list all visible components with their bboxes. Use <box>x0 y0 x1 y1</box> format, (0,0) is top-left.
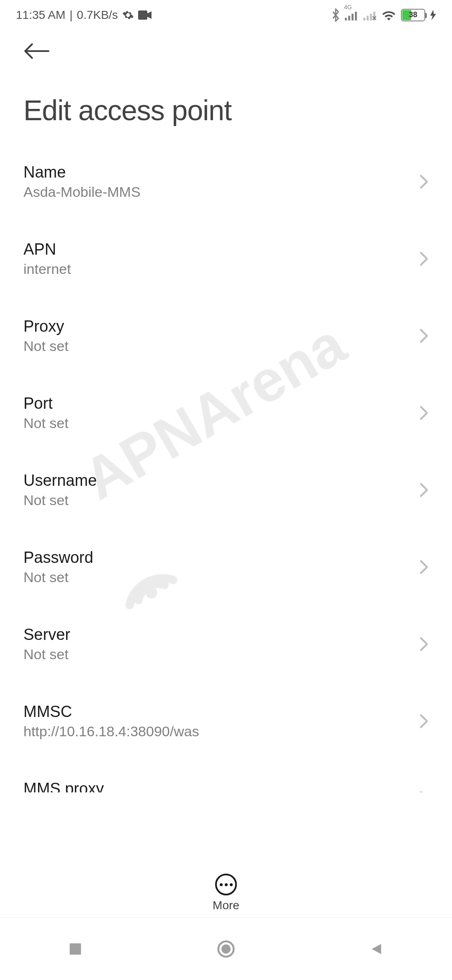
battery-icon: 38 <box>401 9 425 21</box>
chevron-right-icon <box>419 174 429 189</box>
status-separator: | <box>69 8 72 22</box>
svg-rect-7 <box>367 16 369 21</box>
page-title: Edit access point <box>0 61 452 143</box>
nav-recents-button[interactable] <box>65 939 86 959</box>
chevron-right-icon <box>419 714 429 729</box>
row-port[interactable]: Port Not set <box>23 374 429 451</box>
signal-4g-icon: 4G <box>345 10 358 21</box>
row-label: MMS proxy <box>23 780 411 792</box>
chevron-right-icon <box>419 637 429 652</box>
row-label: Name <box>23 163 411 181</box>
svg-rect-8 <box>370 14 372 21</box>
row-label: Password <box>23 549 411 567</box>
row-name[interactable]: Name Asda-Mobile-MMS <box>23 143 429 220</box>
chevron-right-icon <box>419 560 429 575</box>
row-label: Port <box>23 395 411 413</box>
status-time: 11:35 AM <box>16 8 65 22</box>
nav-home-button[interactable] <box>216 939 236 959</box>
row-label: Username <box>23 472 411 490</box>
navigation-bar <box>0 917 452 980</box>
row-value: Not set <box>23 338 411 354</box>
svg-point-12 <box>221 944 231 954</box>
row-apn[interactable]: APN internet <box>23 220 429 297</box>
square-icon <box>68 941 83 957</box>
arrow-left-icon <box>23 43 49 59</box>
svg-rect-1 <box>138 10 147 20</box>
row-value: http://10.16.18.4:38090/was <box>23 723 411 740</box>
row-username[interactable]: Username Not set <box>23 451 429 529</box>
charging-icon <box>430 10 436 21</box>
more-button[interactable]: More <box>0 874 452 912</box>
nav-back-button[interactable] <box>366 939 387 959</box>
row-value: Not set <box>23 569 411 585</box>
row-value: Asda-Mobile-MMS <box>23 184 411 200</box>
more-icon <box>215 874 237 895</box>
svg-rect-6 <box>363 18 365 20</box>
chevron-right-icon <box>419 791 429 792</box>
row-value: Not set <box>23 415 411 431</box>
chevron-right-icon <box>419 328 429 343</box>
row-value: Not set <box>23 492 411 508</box>
svg-rect-3 <box>348 16 350 21</box>
chevron-right-icon <box>419 251 429 266</box>
svg-rect-2 <box>345 18 347 20</box>
camera-icon <box>138 10 152 20</box>
svg-rect-4 <box>352 14 354 21</box>
settings-list: Name Asda-Mobile-MMS APN internet Proxy … <box>0 143 452 792</box>
svg-rect-5 <box>355 12 357 21</box>
row-mms-proxy[interactable]: MMS proxy 10.16.18.77 <box>23 760 429 792</box>
status-bar: 11:35 AM | 0.7KB/s 4G <box>0 0 452 26</box>
back-button[interactable] <box>23 54 49 61</box>
signal-nosim-icon <box>363 10 377 21</box>
row-server[interactable]: Server Not set <box>23 606 429 683</box>
row-value: internet <box>23 261 411 277</box>
more-label: More <box>213 899 239 912</box>
row-label: APN <box>23 240 411 258</box>
row-label: Server <box>23 626 411 644</box>
svg-rect-10 <box>70 943 81 954</box>
chevron-right-icon <box>419 405 429 420</box>
status-speed: 0.7KB/s <box>77 8 118 22</box>
row-value: Not set <box>23 646 411 663</box>
wifi-icon <box>382 10 396 21</box>
row-password[interactable]: Password Not set <box>23 529 429 606</box>
row-mmsc[interactable]: MMSC http://10.16.18.4:38090/was <box>23 683 429 760</box>
circle-icon <box>217 940 235 958</box>
triangle-left-icon <box>370 941 383 957</box>
bluetooth-icon <box>331 8 340 22</box>
row-label: MMSC <box>23 703 411 721</box>
row-proxy[interactable]: Proxy Not set <box>23 297 429 374</box>
row-label: Proxy <box>23 317 411 335</box>
gear-icon <box>122 9 134 21</box>
chevron-right-icon <box>419 482 429 498</box>
